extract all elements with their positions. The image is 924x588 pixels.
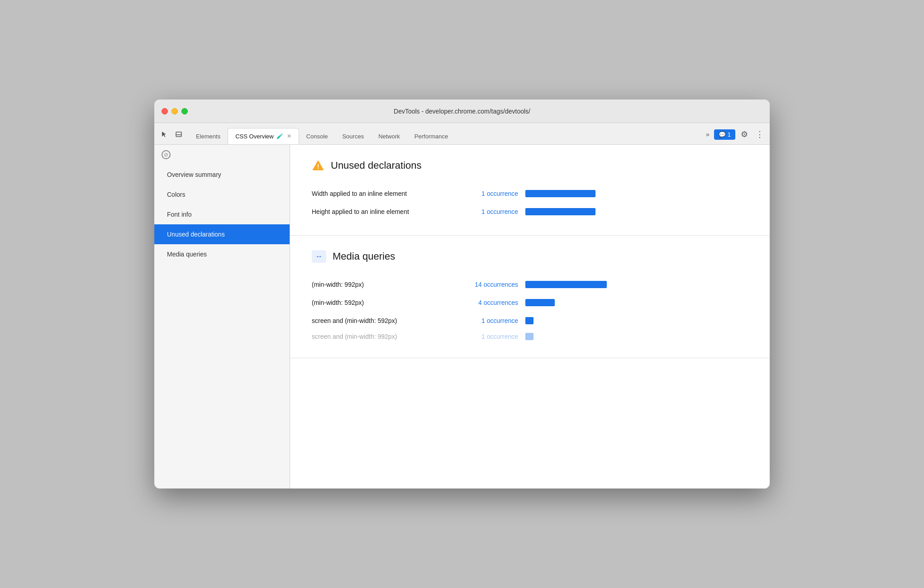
media-queries-header: ↔ Media queries: [312, 250, 748, 263]
sidebar-item-media-queries-label: Media queries: [167, 251, 207, 258]
settings-button[interactable]: ⚙: [738, 128, 751, 141]
media-bar-0: [525, 281, 607, 288]
unused-label-1: Height applied to an inline element: [312, 208, 448, 215]
tab-network-label: Network: [378, 133, 400, 140]
main-content: ⊘ Overview summary Colors Font info Unus…: [154, 145, 770, 488]
media-row-3: screen and (min-width: 992px) 1 occurren…: [312, 330, 748, 343]
svg-rect-0: [176, 132, 181, 137]
unused-count-0[interactable]: 1 occurrence: [455, 190, 518, 197]
chat-count: 1: [728, 131, 731, 138]
unused-row-1: Height applied to an inline element 1 oc…: [312, 203, 748, 221]
sidebar-item-colors[interactable]: Colors: [154, 185, 290, 204]
media-label-3: screen and (min-width: 992px): [312, 333, 448, 340]
media-row-1: (min-width: 592px) 4 occurrences: [312, 294, 748, 312]
more-tabs-button[interactable]: »: [704, 129, 711, 140]
titlebar: DevTools - developer.chrome.com/tags/dev…: [154, 100, 770, 123]
media-row-2: screen and (min-width: 592px) 1 occurren…: [312, 312, 748, 330]
media-label-0: (min-width: 992px): [312, 281, 448, 288]
cursor-button[interactable]: [158, 128, 171, 141]
media-count-1[interactable]: 4 occurrences: [455, 299, 518, 306]
media-queries-title: Media queries: [333, 251, 395, 262]
maximize-button[interactable]: [181, 108, 188, 114]
toolbar-buttons: [158, 128, 185, 144]
tab-performance-label: Performance: [414, 133, 448, 140]
tabbar-right: » 💬 1 ⚙ ⋮: [704, 128, 766, 144]
devtools-window: DevTools - developer.chrome.com/tags/dev…: [154, 100, 770, 488]
sidebar-header: ⊘: [154, 145, 290, 165]
chat-icon: 💬: [719, 131, 726, 138]
tab-performance[interactable]: Performance: [407, 128, 455, 144]
sidebar-item-colors-label: Colors: [167, 191, 185, 198]
tab-console-label: Console: [306, 133, 328, 140]
tab-css-overview[interactable]: CSS Overview 🧪 ✕: [228, 128, 299, 144]
tabs: Elements CSS Overview 🧪 ✕ Console Source…: [189, 128, 704, 144]
media-bar-container-0: [525, 281, 625, 288]
sidebar-item-media-queries[interactable]: Media queries: [154, 244, 290, 264]
warning-icon: !: [312, 159, 324, 172]
svg-text:!: !: [317, 163, 319, 170]
unused-label-0: Width applied to an inline element: [312, 190, 448, 197]
media-row-0: (min-width: 992px) 14 occurrences: [312, 275, 748, 294]
media-bar-1: [525, 299, 555, 306]
double-arrow-icon: ↔: [312, 250, 326, 263]
sidebar-item-unused-declarations-label: Unused declarations: [167, 231, 225, 238]
media-label-1: (min-width: 592px): [312, 299, 448, 306]
media-count-0[interactable]: 14 occurrences: [455, 281, 518, 288]
sidebar-item-unused-declarations[interactable]: Unused declarations: [154, 224, 290, 244]
media-label-2: screen and (min-width: 592px): [312, 317, 448, 324]
menu-button[interactable]: ⋮: [753, 128, 766, 141]
media-count-3[interactable]: 1 occurrence: [455, 333, 518, 340]
tabbar: Elements CSS Overview 🧪 ✕ Console Source…: [154, 123, 770, 145]
traffic-lights: [162, 108, 188, 114]
tab-console[interactable]: Console: [299, 128, 335, 144]
media-bar-container-2: [525, 317, 625, 324]
unused-bar-0: [525, 190, 595, 197]
chat-button[interactable]: 💬 1: [714, 129, 735, 140]
unused-bar-1: [525, 208, 595, 215]
unused-bar-container-1: [525, 208, 625, 215]
media-queries-section: ↔ Media queries (min-width: 992px) 14 oc…: [290, 236, 770, 358]
content-area: ! Unused declarations Width applied to a…: [290, 145, 770, 488]
sidebar-item-overview-summary[interactable]: Overview summary: [154, 165, 290, 185]
unused-row-0: Width applied to an inline element 1 occ…: [312, 185, 748, 203]
unused-declarations-title: Unused declarations: [331, 160, 422, 171]
close-button[interactable]: [162, 108, 168, 114]
media-bar-container-1: [525, 299, 625, 306]
tab-elements[interactable]: Elements: [189, 128, 228, 144]
tab-network[interactable]: Network: [371, 128, 407, 144]
unused-count-1[interactable]: 1 occurrence: [455, 208, 518, 215]
media-bar-3: [525, 333, 533, 340]
unused-declarations-section: ! Unused declarations Width applied to a…: [290, 145, 770, 236]
tab-sources-label: Sources: [342, 133, 364, 140]
media-bar-2: [525, 317, 533, 324]
beaker-icon: 🧪: [276, 133, 283, 139]
tab-css-overview-label: CSS Overview: [235, 133, 274, 140]
media-count-2[interactable]: 1 occurrence: [455, 317, 518, 324]
unused-bar-container-0: [525, 190, 625, 197]
tab-close-icon[interactable]: ✕: [287, 133, 291, 139]
window-title: DevTools - developer.chrome.com/tags/dev…: [394, 108, 530, 115]
media-bar-container-3: [525, 333, 625, 340]
sidebar-item-font-info[interactable]: Font info: [154, 204, 290, 224]
unused-declarations-header: ! Unused declarations: [312, 159, 748, 172]
no-entry-icon: ⊘: [162, 150, 171, 159]
dock-button[interactable]: [172, 128, 185, 141]
tab-sources[interactable]: Sources: [335, 128, 371, 144]
minimize-button[interactable]: [171, 108, 178, 114]
sidebar: ⊘ Overview summary Colors Font info Unus…: [154, 145, 290, 488]
sidebar-item-overview-summary-label: Overview summary: [167, 171, 221, 178]
sidebar-item-font-info-label: Font info: [167, 211, 191, 218]
tab-elements-label: Elements: [196, 133, 220, 140]
